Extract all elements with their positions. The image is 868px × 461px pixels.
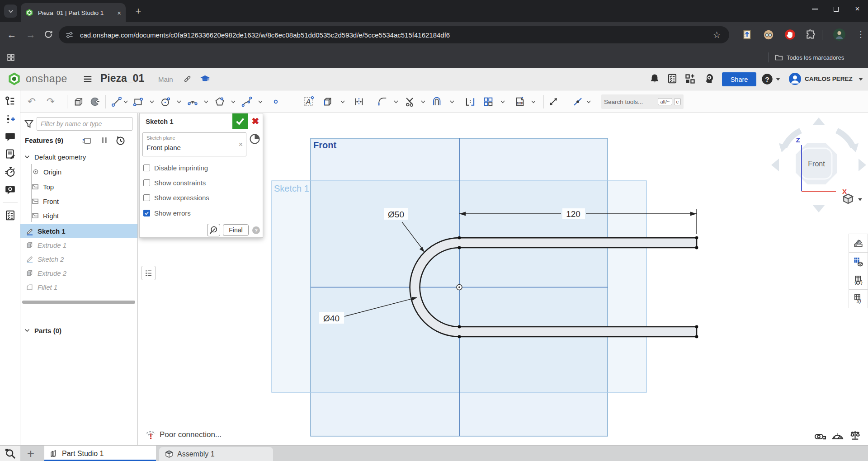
configured-features-icon[interactable]: {}	[849, 271, 868, 290]
boolean-icon[interactable]	[87, 94, 103, 109]
bookmark-star-icon[interactable]: ☆	[712, 30, 722, 39]
browser-tab[interactable]: Pieza_01 | Part Studio 1 ×	[21, 3, 126, 22]
filter-icon[interactable]	[24, 118, 34, 129]
defer-update-icon[interactable]	[249, 133, 260, 145]
browser-profile-avatar[interactable]	[833, 28, 845, 41]
dim-inner-text[interactable]: Ø40	[323, 314, 340, 323]
mass-properties-icon[interactable]	[849, 429, 861, 441]
dim-length-text[interactable]: 120	[566, 209, 580, 219]
search-document-icon[interactable]	[5, 448, 16, 460]
chevron-down-icon[interactable]	[585, 98, 592, 105]
rotate-cw-arrow[interactable]	[837, 131, 853, 147]
tree-item-sketch2[interactable]: Sketch 2	[20, 252, 137, 266]
cancel-button[interactable]: ✖	[250, 116, 261, 127]
outline-toggle-button[interactable]	[142, 266, 156, 280]
tree-item-origin[interactable]: Origin	[20, 165, 137, 179]
caret-down-icon[interactable]	[858, 77, 863, 81]
site-info-icon[interactable]	[65, 31, 74, 39]
window-close-button[interactable]: ×	[847, 0, 868, 18]
back-icon[interactable]: ←	[6, 29, 17, 40]
tree-group-default-geometry[interactable]: Default geometry	[20, 150, 137, 164]
suspend-icon[interactable]	[100, 136, 108, 145]
chevron-down-icon[interactable]	[448, 98, 456, 105]
chevron-down-icon[interactable]	[122, 98, 129, 105]
rotate-down-arrow[interactable]	[812, 205, 825, 212]
tree-item-fillet1[interactable]: Fillet 1	[20, 280, 137, 294]
workspace-label[interactable]: Main	[158, 75, 173, 83]
rotate-up-arrow[interactable]	[812, 118, 825, 125]
user-name[interactable]: CARLOS PEREZ	[805, 75, 853, 82]
chevron-down-icon[interactable]	[530, 98, 537, 105]
new-element-tab-button[interactable]: +	[24, 446, 38, 461]
rotate-right-arrow[interactable]	[859, 159, 866, 171]
measure-distance-icon[interactable]	[546, 94, 561, 109]
text-tool-icon[interactable]: A	[301, 94, 316, 109]
view-options-button[interactable]	[841, 193, 863, 206]
forward-icon[interactable]: →	[25, 29, 36, 40]
show-errors-checkbox[interactable]	[143, 210, 150, 216]
tab-part-studio[interactable]: Part Studio 1	[44, 446, 156, 461]
final-button[interactable]: Final	[223, 224, 249, 236]
chevron-down-icon[interactable]	[257, 98, 264, 105]
notifications-bell-icon[interactable]	[649, 73, 660, 84]
share-button[interactable]: Share	[722, 72, 756, 86]
chevron-down-icon[interactable]	[420, 98, 427, 105]
tab-search-button[interactable]	[4, 5, 17, 18]
tab-assembly[interactable]: Assembly 1	[159, 447, 273, 461]
tasks-panel-icon[interactable]	[5, 210, 16, 221]
pattern-tool-icon[interactable]	[481, 94, 496, 109]
help-icon[interactable]: ?	[761, 73, 773, 85]
education-icon[interactable]	[200, 74, 210, 84]
user-avatar[interactable]	[789, 73, 801, 85]
tree-item-sketch1-selected[interactable]: Sketch 1	[20, 224, 137, 238]
dimension-tool-icon[interactable]	[462, 94, 478, 109]
all-bookmarks-button[interactable]: Todos los marcadores	[787, 54, 844, 61]
chevron-down-icon[interactable]	[339, 98, 346, 105]
window-maximize-button[interactable]	[826, 0, 847, 18]
measure-tape-icon[interactable]	[814, 429, 826, 442]
expand-chevron-icon[interactable]	[24, 154, 30, 160]
spline-tool-icon[interactable]	[239, 94, 255, 109]
tree-item-extrude2[interactable]: Extrude 2	[20, 266, 137, 280]
document-title[interactable]: Pieza_01	[100, 72, 144, 85]
app-store-icon[interactable]	[684, 73, 696, 85]
tree-item-top-plane[interactable]: Top	[20, 180, 137, 193]
chevron-down-icon[interactable]	[392, 98, 400, 105]
trim-tool-icon[interactable]	[402, 94, 417, 109]
extension-ruler-icon[interactable]	[742, 29, 752, 40]
expand-chevron-icon[interactable]	[24, 327, 30, 334]
polygon-tool-icon[interactable]	[212, 94, 227, 109]
point-tool-icon[interactable]	[268, 94, 283, 109]
use-projection-icon[interactable]	[320, 94, 335, 109]
dim-outer-text[interactable]: Ø50	[388, 210, 404, 219]
solid-model-icon[interactable]	[71, 94, 86, 109]
chevron-down-icon[interactable]	[175, 98, 183, 105]
chevron-down-icon[interactable]	[499, 98, 506, 105]
onshape-logo[interactable]	[7, 72, 21, 86]
tree-item-extrude1[interactable]: Extrude 1	[20, 238, 137, 252]
clear-selection-icon[interactable]: ×	[239, 141, 243, 149]
link-icon[interactable]	[183, 75, 192, 83]
address-bar[interactable]: cad.onshape.com/documents/c0fa9126336620…	[59, 26, 729, 43]
new-tab-button[interactable]: +	[132, 5, 145, 18]
undo-icon[interactable]: ↶	[24, 94, 39, 109]
dialog-header[interactable]: Sketch 1 ✖	[140, 113, 263, 129]
mirror-tool-icon[interactable]	[351, 94, 367, 109]
extension-avatar-icon[interactable]	[763, 29, 774, 40]
protractor-icon[interactable]	[831, 429, 844, 442]
apps-grid-icon[interactable]	[6, 53, 15, 62]
circle-tool-icon[interactable]	[158, 94, 173, 109]
insert-folder-icon[interactable]	[81, 136, 92, 145]
release-tasks-icon[interactable]	[667, 73, 678, 84]
ai-advisor-icon[interactable]	[703, 73, 714, 84]
show-constraints-checkbox[interactable]	[143, 179, 150, 186]
sketch-plane-field[interactable]: Sketch plane Front plane ×	[142, 132, 246, 156]
accept-button[interactable]	[232, 113, 248, 129]
rollback-bar[interactable]	[22, 301, 135, 304]
reload-icon[interactable]	[43, 29, 53, 39]
appearance-panel-icon[interactable]	[849, 234, 868, 253]
rollback-history-icon[interactable]	[115, 135, 126, 146]
comments-icon[interactable]	[5, 131, 16, 142]
caret-down-icon[interactable]	[775, 77, 781, 81]
chevron-down-icon[interactable]	[148, 98, 156, 105]
